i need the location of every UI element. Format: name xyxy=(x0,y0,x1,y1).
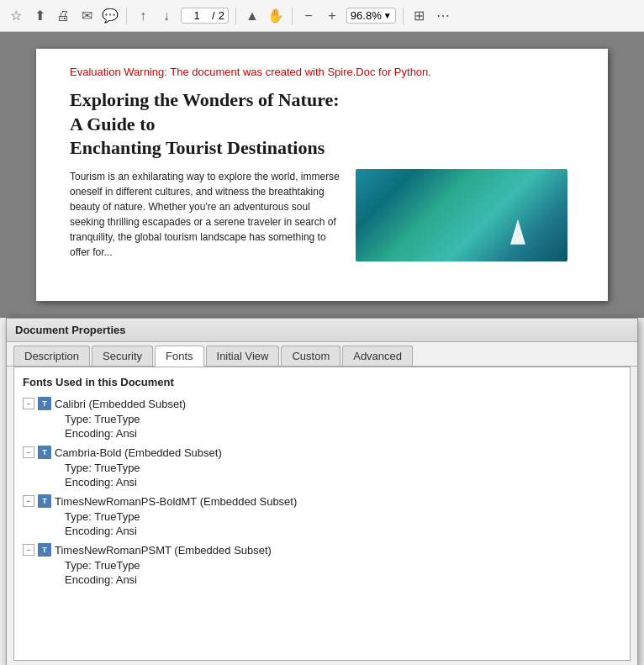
pdf-image xyxy=(356,169,567,261)
font-details: Type: TrueType Encoding: Ansi xyxy=(23,461,621,489)
font-name: TimesNewRomanPSMT (Embedded Subset) xyxy=(55,544,272,557)
font-type: Type: TrueType xyxy=(65,412,621,426)
font-node: − T Cambria-Bold (Embedded Subset) Type:… xyxy=(23,444,621,489)
font-name: Calibri (Embedded Subset) xyxy=(55,398,186,410)
tree-expand-icon[interactable]: − xyxy=(23,446,34,458)
font-row: − T TimesNewRomanPSMT (Embedded Subset) xyxy=(23,541,621,558)
star-icon[interactable]: ☆ xyxy=(7,7,25,25)
font-type: Type: TrueType xyxy=(65,558,621,573)
tab-fonts[interactable]: Fonts xyxy=(155,346,204,367)
font-row: − T Calibri (Embedded Subset) xyxy=(23,395,621,412)
font-node: − T TimesNewRomanPSMT (Embedded Subset) … xyxy=(23,541,621,587)
pdf-title: Exploring the Wonders of Nature: A Guide… xyxy=(70,88,347,161)
font-row: − T TimesNewRomanPS-BoldMT (Embedded Sub… xyxy=(23,493,621,509)
font-details: Type: TrueType Encoding: Ansi xyxy=(23,412,621,441)
font-tree: − T Calibri (Embedded Subset) Type: True… xyxy=(23,395,621,587)
tree-expand-icon[interactable]: − xyxy=(23,495,34,507)
zoom-dropdown-icon[interactable]: ▼ xyxy=(383,11,392,20)
page-indicator: 1 / 2 xyxy=(181,8,229,24)
hand-tool-icon[interactable]: ✋ xyxy=(267,7,285,25)
font-type-icon: T xyxy=(38,397,51,410)
tab-initial-view[interactable]: Initial View xyxy=(206,346,280,366)
tab-security[interactable]: Security xyxy=(92,346,153,366)
font-type: Type: TrueType xyxy=(65,461,621,475)
font-details: Type: TrueType Encoding: Ansi xyxy=(23,509,621,538)
tab-custom[interactable]: Custom xyxy=(281,346,340,366)
font-details: Type: TrueType Encoding: Ansi xyxy=(23,558,621,587)
comment-icon[interactable]: 💬 xyxy=(101,7,119,25)
font-type-icon: T xyxy=(38,543,51,557)
font-encoding: Encoding: Ansi xyxy=(65,524,621,538)
font-encoding: Encoding: Ansi xyxy=(65,426,621,441)
tab-advanced[interactable]: Advanced xyxy=(342,346,413,366)
zoom-value: 96.8% xyxy=(351,9,382,22)
email-icon[interactable]: ✉ xyxy=(77,7,96,25)
more-icon[interactable]: ⋯ xyxy=(434,7,452,25)
sep3 xyxy=(292,8,293,24)
font-encoding: Encoding: Ansi xyxy=(65,475,621,489)
boat-shape xyxy=(510,219,525,245)
next-page-icon[interactable]: ↓ xyxy=(157,7,176,25)
font-node: − T Calibri (Embedded Subset) Type: True… xyxy=(23,395,621,441)
zoom-out-icon[interactable]: − xyxy=(299,7,318,25)
font-node: − T TimesNewRomanPS-BoldMT (Embedded Sub… xyxy=(23,493,621,538)
tree-expand-icon[interactable]: − xyxy=(23,544,34,556)
fonts-section-title: Fonts Used in this Document xyxy=(23,376,621,388)
page-number-input[interactable]: 1 xyxy=(185,9,209,22)
dialog-tabs: Description Security Fonts Initial View … xyxy=(7,342,637,367)
pdf-page: Evaluation Warning: The document was cre… xyxy=(36,49,608,301)
zoom-level[interactable]: 96.8% ▼ xyxy=(346,8,396,24)
page-sep: / xyxy=(212,9,215,22)
dialog-content: Fonts Used in this Document − T Calibri … xyxy=(13,367,631,661)
page-total: 2 xyxy=(219,9,224,22)
font-type-icon: T xyxy=(38,494,51,508)
zoom-in-icon[interactable]: + xyxy=(323,7,341,25)
print-icon[interactable]: 🖨 xyxy=(54,7,72,25)
eval-warning: Evaluation Warning: The document was cre… xyxy=(70,66,574,78)
font-type-icon: T xyxy=(38,446,51,459)
font-type: Type: TrueType xyxy=(65,509,621,524)
select-tool-icon[interactable]: ▲ xyxy=(243,7,261,25)
toolbar: ☆ ⬆ 🖨 ✉ 💬 ↑ ↓ 1 / 2 ▲ ✋ − + 96.8% ▼ ⊞ ⋯ xyxy=(0,0,644,32)
upload-icon[interactable]: ⬆ xyxy=(30,7,49,25)
tree-expand-icon[interactable]: − xyxy=(23,398,34,409)
prev-page-icon[interactable]: ↑ xyxy=(134,7,152,25)
tab-description[interactable]: Description xyxy=(13,346,90,366)
dialog-title: Document Properties xyxy=(7,319,637,342)
sep2 xyxy=(235,8,236,24)
font-row: − T Cambria-Bold (Embedded Subset) xyxy=(23,444,621,461)
sep4 xyxy=(403,8,404,24)
fit-icon[interactable]: ⊞ xyxy=(410,7,429,25)
font-name: TimesNewRomanPS-BoldMT (Embedded Subset) xyxy=(55,495,297,508)
font-name: Cambria-Bold (Embedded Subset) xyxy=(55,446,222,459)
document-properties-dialog: Document Properties Description Security… xyxy=(6,318,638,665)
pdf-viewer: Evaluation Warning: The document was cre… xyxy=(0,32,644,318)
pdf-body-text: Tourism is an exhilarating way to explor… xyxy=(70,169,347,261)
font-encoding: Encoding: Ansi xyxy=(65,573,621,587)
sep1 xyxy=(126,8,127,24)
